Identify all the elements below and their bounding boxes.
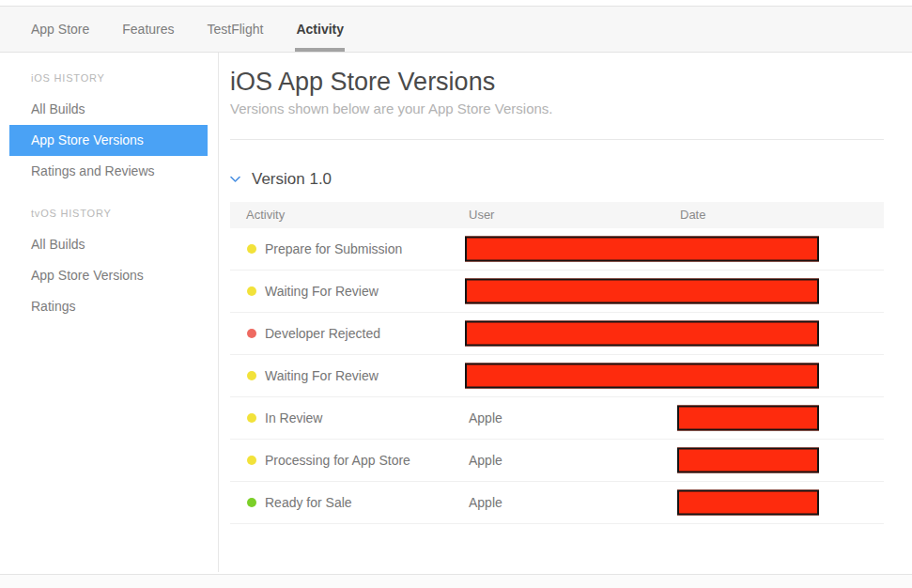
status-dot (247, 371, 256, 380)
nav-tab-testflight[interactable]: TestFlight (208, 7, 264, 52)
activity-table: Activity User Date Prepare for Submissio… (230, 202, 884, 524)
sidebar-section-header: tvOS HISTORY (0, 203, 218, 224)
table-row: Waiting For Review (230, 271, 884, 313)
top-strip (0, 0, 912, 7)
version-section-toggle[interactable]: Version 1.0 (230, 170, 884, 189)
column-header-user: User (469, 202, 494, 228)
status-dot (247, 413, 256, 423)
redaction-box (677, 448, 819, 473)
activity-cell: Ready for Sale (265, 495, 352, 510)
page-body: iOS HISTORYAll BuildsApp Store VersionsR… (0, 53, 912, 572)
sidebar-item-app-store-versions[interactable]: App Store Versions (9, 260, 208, 291)
table-header: Activity User Date (230, 202, 884, 228)
content-divider (230, 139, 884, 140)
user-cell: Apple (469, 410, 502, 426)
redaction-box (465, 279, 819, 304)
table-row: Ready for SaleApple (230, 482, 884, 524)
status-dot (247, 286, 256, 296)
page-footer (0, 574, 912, 588)
table-row: Waiting For Review (230, 355, 884, 397)
activity-cell: Prepare for Submission (265, 241, 402, 256)
activity-cell: Waiting For Review (265, 368, 379, 383)
table-body: Prepare for SubmissionWaiting For Review… (230, 228, 884, 524)
sidebar-item-ratings[interactable]: Ratings (9, 291, 208, 322)
user-cell: Apple (469, 495, 502, 510)
sidebar-item-all-builds[interactable]: All Builds (9, 229, 208, 260)
activity-cell: Waiting For Review (265, 284, 379, 299)
redaction-box (677, 406, 819, 431)
table-row: Processing for App StoreApple (230, 440, 884, 482)
status-dot (247, 498, 256, 507)
redaction-box (677, 490, 819, 516)
redaction-box (465, 321, 819, 347)
main-content: iOS App Store Versions Versions shown be… (219, 53, 912, 572)
table-row: In ReviewApple (230, 397, 884, 440)
activity-cell: Developer Rejected (265, 326, 380, 341)
column-header-activity: Activity (246, 202, 285, 228)
activity-cell: Processing for App Store (265, 453, 410, 468)
column-header-date: Date (680, 202, 705, 228)
chevron-down-icon[interactable] (230, 176, 240, 183)
activity-cell: In Review (265, 410, 322, 426)
sidebar-item-ratings-and-reviews[interactable]: Ratings and Reviews (9, 156, 208, 187)
page-subtitle: Versions shown below are your App Store … (230, 101, 884, 116)
sidebar-section-tvos-history: tvOS HISTORYAll BuildsApp Store Versions… (0, 203, 218, 322)
sidebar: iOS HISTORYAll BuildsApp Store VersionsR… (0, 53, 219, 572)
redaction-box (465, 237, 819, 262)
version-section-label: Version 1.0 (252, 170, 332, 189)
status-dot (247, 329, 256, 338)
page-title: iOS App Store Versions (230, 68, 884, 97)
sidebar-section-header: iOS HISTORY (0, 68, 218, 88)
status-dot (247, 244, 256, 254)
sidebar-item-app-store-versions[interactable]: App Store Versions (9, 125, 208, 156)
sidebar-section-ios-history: iOS HISTORYAll BuildsApp Store VersionsR… (0, 68, 218, 187)
nav-tab-app-store[interactable]: App Store (31, 7, 89, 52)
nav-tab-features[interactable]: Features (122, 7, 174, 52)
redaction-box (465, 364, 819, 389)
top-navigation: App StoreFeaturesTestFlightActivity (0, 7, 912, 53)
status-dot (247, 456, 256, 465)
nav-tab-activity[interactable]: Activity (296, 7, 344, 52)
user-cell: Apple (469, 453, 502, 468)
sidebar-item-all-builds[interactable]: All Builds (9, 94, 208, 125)
table-row: Prepare for Submission (230, 228, 884, 271)
table-row: Developer Rejected (230, 313, 884, 355)
